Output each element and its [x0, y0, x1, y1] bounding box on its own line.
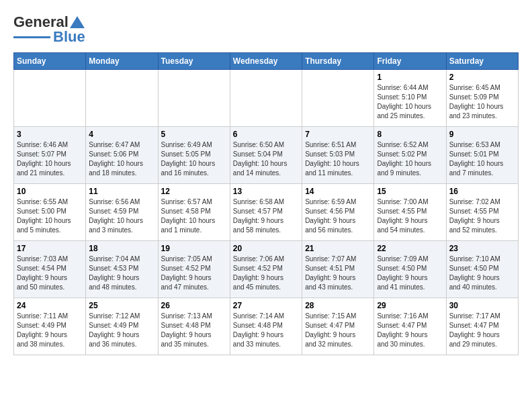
day-cell: 11Sunrise: 6:56 AM Sunset: 4:59 PM Dayli… [86, 184, 158, 241]
day-number: 28 [305, 301, 371, 310]
header-tuesday: Tuesday [158, 53, 230, 70]
day-number: 20 [233, 244, 299, 253]
day-cell: 8Sunrise: 6:52 AM Sunset: 5:02 PM Daylig… [374, 127, 446, 184]
day-cell [158, 70, 230, 127]
day-info: Sunrise: 7:07 AM Sunset: 4:51 PM Dayligh… [305, 255, 371, 292]
day-cell: 20Sunrise: 7:06 AM Sunset: 4:52 PM Dayli… [230, 241, 302, 298]
day-number: 10 [17, 187, 83, 196]
day-cell: 6Sunrise: 6:50 AM Sunset: 5:04 PM Daylig… [230, 127, 302, 184]
day-info: Sunrise: 6:50 AM Sunset: 5:04 PM Dayligh… [233, 140, 299, 178]
day-cell: 18Sunrise: 7:04 AM Sunset: 4:53 PM Dayli… [86, 241, 158, 298]
day-info: Sunrise: 6:44 AM Sunset: 5:10 PM Dayligh… [377, 83, 443, 121]
week-row-4: 17Sunrise: 7:03 AM Sunset: 4:54 PM Dayli… [14, 241, 519, 298]
day-number: 3 [17, 130, 83, 139]
day-info: Sunrise: 7:17 AM Sunset: 4:47 PM Dayligh… [449, 312, 515, 349]
day-number: 22 [377, 244, 443, 253]
day-number: 12 [161, 187, 227, 196]
day-info: Sunrise: 7:12 AM Sunset: 4:49 PM Dayligh… [89, 312, 154, 349]
day-cell: 19Sunrise: 7:05 AM Sunset: 4:52 PM Dayli… [158, 241, 230, 298]
day-cell: 3Sunrise: 6:46 AM Sunset: 5:07 PM Daylig… [14, 127, 86, 184]
day-info: Sunrise: 6:59 AM Sunset: 4:56 PM Dayligh… [305, 197, 371, 235]
day-number: 19 [161, 244, 227, 253]
day-number: 5 [161, 130, 227, 139]
day-cell: 13Sunrise: 6:58 AM Sunset: 4:57 PM Dayli… [230, 184, 302, 241]
day-number: 24 [17, 301, 83, 310]
day-cell: 14Sunrise: 6:59 AM Sunset: 4:56 PM Dayli… [302, 184, 374, 241]
svg-marker-0 [70, 16, 85, 28]
day-number: 15 [377, 187, 443, 196]
day-info: Sunrise: 7:10 AM Sunset: 4:50 PM Dayligh… [449, 255, 515, 292]
day-cell: 29Sunrise: 7:16 AM Sunset: 4:47 PM Dayli… [374, 298, 446, 355]
day-number: 16 [449, 187, 515, 196]
day-number: 2 [449, 73, 515, 82]
day-info: Sunrise: 6:46 AM Sunset: 5:07 PM Dayligh… [17, 140, 83, 178]
day-cell [230, 70, 302, 127]
day-number: 9 [449, 130, 515, 139]
day-info: Sunrise: 7:02 AM Sunset: 4:55 PM Dayligh… [449, 197, 515, 235]
day-info: Sunrise: 7:14 AM Sunset: 4:48 PM Dayligh… [233, 312, 299, 349]
day-cell [86, 70, 158, 127]
day-info: Sunrise: 7:09 AM Sunset: 4:50 PM Dayligh… [377, 255, 443, 292]
day-info: Sunrise: 7:16 AM Sunset: 4:47 PM Dayligh… [377, 312, 443, 349]
day-info: Sunrise: 7:06 AM Sunset: 4:52 PM Dayligh… [233, 255, 299, 292]
day-number: 21 [305, 244, 371, 253]
day-cell: 15Sunrise: 7:00 AM Sunset: 4:55 PM Dayli… [374, 184, 446, 241]
day-cell: 23Sunrise: 7:10 AM Sunset: 4:50 PM Dayli… [446, 241, 518, 298]
logo-icon [70, 15, 85, 30]
day-cell: 2Sunrise: 6:45 AM Sunset: 5:09 PM Daylig… [446, 70, 518, 127]
day-info: Sunrise: 7:13 AM Sunset: 4:48 PM Dayligh… [161, 312, 227, 349]
header: General Blue [13, 13, 519, 46]
day-info: Sunrise: 6:58 AM Sunset: 4:57 PM Dayligh… [233, 197, 299, 235]
day-info: Sunrise: 6:56 AM Sunset: 4:59 PM Dayligh… [89, 197, 154, 235]
logo: General Blue [13, 13, 85, 46]
day-cell: 25Sunrise: 7:12 AM Sunset: 4:49 PM Dayli… [86, 298, 158, 355]
day-number: 25 [89, 301, 154, 310]
day-number: 4 [89, 130, 154, 139]
day-cell [302, 70, 374, 127]
day-info: Sunrise: 7:00 AM Sunset: 4:55 PM Dayligh… [377, 197, 443, 235]
week-row-2: 3Sunrise: 6:46 AM Sunset: 5:07 PM Daylig… [14, 127, 519, 184]
header-friday: Friday [374, 53, 446, 70]
day-info: Sunrise: 6:47 AM Sunset: 5:06 PM Dayligh… [89, 140, 154, 178]
day-cell: 7Sunrise: 6:51 AM Sunset: 5:03 PM Daylig… [302, 127, 374, 184]
day-cell: 16Sunrise: 7:02 AM Sunset: 4:55 PM Dayli… [446, 184, 518, 241]
week-row-1: 1Sunrise: 6:44 AM Sunset: 5:10 PM Daylig… [14, 70, 519, 127]
week-row-5: 24Sunrise: 7:11 AM Sunset: 4:49 PM Dayli… [14, 298, 519, 355]
day-info: Sunrise: 7:03 AM Sunset: 4:54 PM Dayligh… [17, 255, 83, 292]
calendar-table: Sunday Monday Tuesday Wednesday Thursday… [13, 52, 519, 355]
header-thursday: Thursday [302, 53, 374, 70]
day-cell: 26Sunrise: 7:13 AM Sunset: 4:48 PM Dayli… [158, 298, 230, 355]
day-number: 23 [449, 244, 515, 253]
day-number: 29 [377, 301, 443, 310]
day-info: Sunrise: 7:15 AM Sunset: 4:47 PM Dayligh… [305, 312, 371, 349]
day-info: Sunrise: 6:49 AM Sunset: 5:05 PM Dayligh… [161, 140, 227, 178]
day-number: 8 [377, 130, 443, 139]
day-number: 14 [305, 187, 371, 196]
logo-line [13, 36, 50, 38]
page: General Blue Sunday Monday Tuesday Wedne… [0, 0, 532, 369]
day-info: Sunrise: 7:11 AM Sunset: 4:49 PM Dayligh… [17, 312, 83, 349]
day-number: 26 [161, 301, 227, 310]
day-info: Sunrise: 6:51 AM Sunset: 5:03 PM Dayligh… [305, 140, 371, 178]
header-monday: Monday [86, 53, 158, 70]
day-cell: 4Sunrise: 6:47 AM Sunset: 5:06 PM Daylig… [86, 127, 158, 184]
day-info: Sunrise: 6:45 AM Sunset: 5:09 PM Dayligh… [449, 83, 515, 121]
day-cell: 22Sunrise: 7:09 AM Sunset: 4:50 PM Dayli… [374, 241, 446, 298]
weekday-header-row: Sunday Monday Tuesday Wednesday Thursday… [14, 53, 519, 70]
day-cell: 5Sunrise: 6:49 AM Sunset: 5:05 PM Daylig… [158, 127, 230, 184]
day-cell: 12Sunrise: 6:57 AM Sunset: 4:58 PM Dayli… [158, 184, 230, 241]
day-cell: 10Sunrise: 6:55 AM Sunset: 5:00 PM Dayli… [14, 184, 86, 241]
day-cell: 24Sunrise: 7:11 AM Sunset: 4:49 PM Dayli… [14, 298, 86, 355]
day-cell: 30Sunrise: 7:17 AM Sunset: 4:47 PM Dayli… [446, 298, 518, 355]
day-cell [14, 70, 86, 127]
day-number: 27 [233, 301, 299, 310]
day-number: 1 [377, 73, 443, 82]
day-info: Sunrise: 7:04 AM Sunset: 4:53 PM Dayligh… [89, 255, 154, 292]
day-number: 30 [449, 301, 515, 310]
header-saturday: Saturday [446, 53, 518, 70]
day-number: 11 [89, 187, 154, 196]
day-info: Sunrise: 7:05 AM Sunset: 4:52 PM Dayligh… [161, 255, 227, 292]
header-wednesday: Wednesday [230, 53, 302, 70]
day-cell: 9Sunrise: 6:53 AM Sunset: 5:01 PM Daylig… [446, 127, 518, 184]
header-sunday: Sunday [14, 53, 86, 70]
